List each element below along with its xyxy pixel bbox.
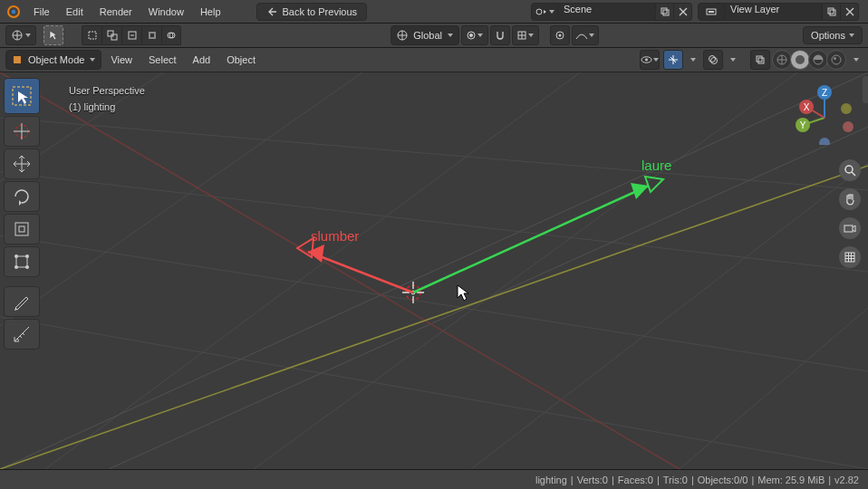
add-menu[interactable]: Add [186,54,218,65]
xray-icon [755,54,766,65]
select-intersect-button[interactable] [161,25,181,45]
svg-rect-8 [830,10,835,15]
svg-point-77 [819,138,830,145]
tool-cursor[interactable] [4,116,40,147]
svg-marker-54 [631,183,649,199]
select-menu[interactable]: Select [141,54,184,65]
hand-icon [844,193,856,206]
zoom-icon [844,164,856,177]
xray-toggle[interactable] [750,50,770,70]
svg-rect-24 [14,56,21,63]
viewlayer-name-input[interactable]: View Layer [725,3,823,21]
gizmo-toggle[interactable] [663,50,683,70]
sidebar-expand-handle[interactable] [863,76,868,103]
menu-window[interactable]: Window [140,0,192,23]
svg-rect-80 [845,253,854,262]
svg-point-65 [25,265,29,269]
orientation-icon [397,30,408,41]
svg-point-78 [845,166,853,173]
status-faces: Faces:0 [618,475,653,485]
tool-move[interactable] [4,149,40,179]
blender-logo-icon[interactable] [5,4,22,20]
top-menubar: File Edit Render Window Help Back to Pre… [0,0,868,24]
snap-dropdown[interactable] [512,25,539,45]
svg-line-44 [471,163,868,469]
perspective-button[interactable] [839,246,861,268]
options-label: Options [811,30,845,41]
header-toolbar: Global Options [0,24,868,48]
view-menu[interactable]: View [103,54,140,65]
scene-name-input[interactable]: Scene [558,3,656,21]
shading-matprev[interactable] [808,50,828,70]
visibility-dropdown[interactable] [640,50,660,70]
viewlayer-selector: View Layer [698,3,859,21]
menu-help[interactable]: Help [192,0,229,23]
svg-marker-51 [308,244,324,263]
back-icon [266,6,277,17]
select-sub-button[interactable] [121,25,141,45]
svg-point-28 [711,58,718,64]
menu-edit[interactable]: Edit [58,0,92,23]
tool-measure[interactable] [4,319,40,350]
select-invert-button[interactable] [141,25,161,45]
shading-dropdown[interactable] [850,50,863,70]
perspective-label: User Perspective [69,83,145,100]
y-axis-line [0,166,868,469]
status-scene: lighting [535,475,567,485]
prop-edit-dropdown[interactable] [572,25,599,45]
new-scene-button[interactable] [656,3,674,21]
back-to-previous-button[interactable]: Back to Previous [256,3,368,21]
select-tool-button[interactable] [43,25,63,45]
viewport-3d[interactable]: laure slumber User Perspective (1) light… [0,72,868,469]
svg-point-76 [843,121,854,132]
shading-solid[interactable] [790,50,810,70]
tool-annotate[interactable] [4,286,40,317]
select-icon [10,84,34,108]
svg-point-64 [14,265,18,269]
select-all-button[interactable] [82,25,101,45]
gizmo-dropdown[interactable] [687,50,699,70]
select-extend-icon [107,30,118,41]
new-viewlayer-button[interactable] [823,3,841,21]
snap-toggle[interactable] [490,25,510,45]
select-extend-button[interactable] [101,25,121,45]
menu-file[interactable]: File [25,0,58,23]
viewport-nav-buttons [839,159,861,268]
svg-rect-4 [663,10,669,15]
status-mem: Mem: 25.9 MiB [757,475,825,485]
select-sub-icon [127,30,138,41]
shading-wireframe[interactable] [772,50,792,70]
menu-render[interactable]: Render [92,0,140,23]
svg-point-34 [832,55,841,64]
svg-point-2 [536,9,542,14]
shading-rendered[interactable] [826,50,846,70]
svg-rect-15 [150,34,154,37]
cursor3d-icon [12,121,32,141]
svg-point-75 [841,103,852,114]
tool-transform[interactable] [4,246,40,277]
zoom-button[interactable] [839,159,861,181]
viewport-header: Object Mode View Select Add Object [0,48,868,72]
tool-select-box[interactable] [4,78,40,114]
mode-dropdown[interactable]: Object Mode [5,50,101,70]
delete-scene-button[interactable] [674,3,692,21]
svg-line-36 [0,118,868,190]
svg-text:Y: Y [800,120,806,130]
viewlayer-browse-button[interactable] [698,3,725,21]
axis-nav-gizmo[interactable]: Z Y X [790,80,855,145]
tool-scale[interactable] [4,214,40,244]
overlay-toggle[interactable] [703,50,723,70]
overlay-dropdown[interactable] [727,50,739,70]
options-button[interactable]: Options [803,26,863,44]
prop-edit-toggle[interactable] [550,25,570,45]
pivot-dropdown[interactable] [461,25,488,45]
scene-browse-button[interactable] [531,3,558,21]
object-menu[interactable]: Object [219,54,263,65]
viewlayer-icon [705,6,718,17]
camera-view-button[interactable] [839,217,861,239]
orientation-dropdown[interactable]: Global [391,25,459,45]
tool-rotate[interactable] [4,181,40,212]
delete-viewlayer-button[interactable] [841,3,859,21]
pan-button[interactable] [839,188,861,210]
editor-type-dropdown[interactable] [5,25,36,45]
